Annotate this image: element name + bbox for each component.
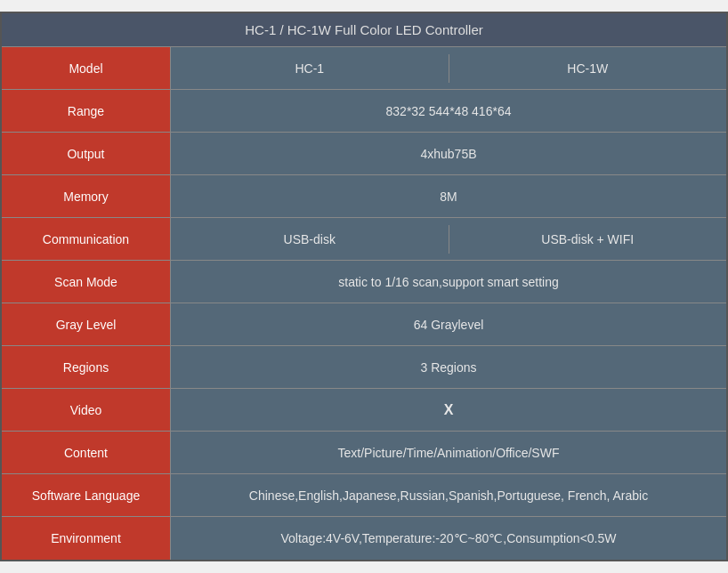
row-scan-mode: Scan Modestatic to 1/16 scan,support sma…	[2, 261, 726, 303]
row-content: ContentText/Picture/Time/Animation/Offic…	[2, 432, 726, 474]
value-environment: Voltage:4V-6V,Temperature:-20℃~80℃,Consu…	[171, 517, 726, 560]
value-range: 832*32 544*48 416*64	[171, 90, 726, 132]
label-regions: Regions	[2, 346, 171, 388]
label-content: Content	[2, 432, 171, 473]
row-model: ModelHC-1HC-1W	[2, 47, 726, 90]
value-communication-left: USB-disk	[171, 225, 449, 254]
spec-table: HC-1 / HC-1W Full Color LED Controller M…	[0, 12, 728, 561]
value-model-right: HC-1W	[449, 54, 727, 83]
row-video: VideoX	[2, 389, 726, 432]
value-video: X	[171, 389, 726, 431]
row-gray-level: Gray Level64 Graylevel	[2, 303, 726, 346]
label-output: Output	[2, 133, 171, 174]
label-range: Range	[2, 90, 171, 132]
value-model-left: HC-1	[171, 54, 449, 83]
value-communication-right: USB-disk + WIFI	[449, 225, 727, 254]
label-communication: Communication	[2, 218, 171, 260]
row-output: Output4xhub75B	[2, 133, 726, 175]
label-environment: Environment	[2, 517, 171, 560]
value-model: HC-1HC-1W	[171, 47, 726, 89]
label-memory: Memory	[2, 175, 171, 217]
value-output: 4xhub75B	[171, 133, 726, 174]
label-scan-mode: Scan Mode	[2, 261, 171, 303]
value-scan-mode: static to 1/16 scan,support smart settin…	[171, 261, 726, 303]
value-communication: USB-diskUSB-disk + WIFI	[171, 218, 726, 260]
label-gray-level: Gray Level	[2, 303, 171, 345]
row-software-language: Software LanguageChinese,English,Japanes…	[2, 474, 726, 517]
row-communication: CommunicationUSB-diskUSB-disk + WIFI	[2, 218, 726, 261]
table-title: HC-1 / HC-1W Full Color LED Controller	[2, 13, 726, 47]
label-software-language: Software Language	[2, 474, 171, 516]
row-regions: Regions3 Regions	[2, 346, 726, 389]
label-model: Model	[2, 47, 171, 89]
row-range: Range832*32 544*48 416*64	[2, 90, 726, 133]
label-video: Video	[2, 389, 171, 431]
row-environment: EnvironmentVoltage:4V-6V,Temperature:-20…	[2, 517, 726, 560]
value-gray-level: 64 Graylevel	[171, 303, 726, 345]
row-memory: Memory8M	[2, 175, 726, 218]
value-software-language: Chinese,English,Japanese,Russian,Spanish…	[171, 474, 726, 516]
value-content: Text/Picture/Time/Animation/Office/SWF	[171, 432, 726, 473]
value-regions: 3 Regions	[171, 346, 726, 388]
value-memory: 8M	[171, 175, 726, 217]
